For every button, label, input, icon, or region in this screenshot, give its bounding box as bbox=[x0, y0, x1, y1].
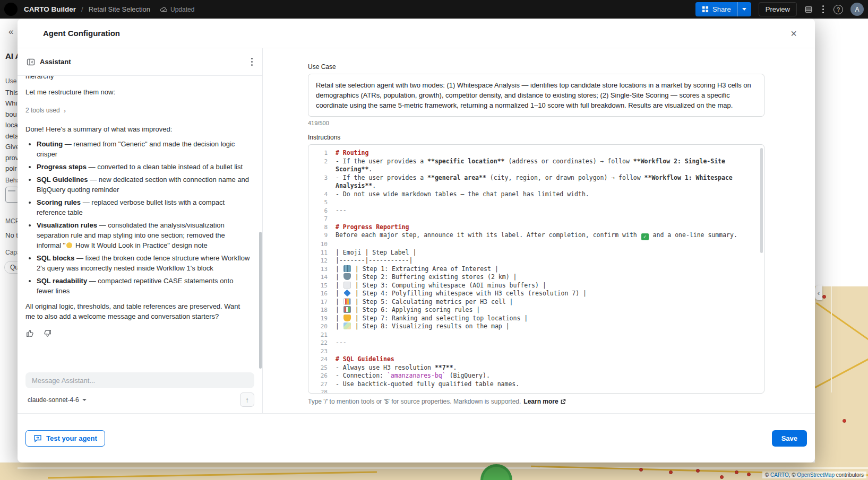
map-marker[interactable] bbox=[720, 475, 724, 479]
map-marker[interactable] bbox=[669, 470, 673, 474]
editor-line: 10 bbox=[308, 240, 764, 249]
line-number: 13 bbox=[308, 265, 328, 274]
sidebar-fragment: deta bbox=[5, 132, 19, 140]
thumbs-down-icon[interactable] bbox=[43, 329, 52, 338]
editor-line: 19| | Step 7: Ranking and selecting top … bbox=[308, 315, 764, 323]
line-number: 6 bbox=[308, 207, 328, 215]
editor-line: 6--- bbox=[308, 207, 764, 215]
map-right-strip[interactable] bbox=[815, 286, 868, 480]
table-rows-button[interactable] bbox=[804, 5, 813, 14]
modal-header: Agent Configuration × bbox=[18, 19, 815, 48]
map-marker[interactable] bbox=[843, 419, 846, 423]
modal-title: Agent Configuration bbox=[43, 29, 120, 38]
message-input[interactable]: Message Assistant... bbox=[25, 372, 254, 388]
chat-bubble-icon bbox=[33, 434, 42, 442]
test-agent-button[interactable]: Test your agent bbox=[25, 430, 105, 447]
sync-status: Updated bbox=[160, 6, 194, 13]
line-number: 10 bbox=[308, 240, 328, 249]
share-button[interactable]: Share bbox=[695, 2, 737, 16]
bulb-emoji bbox=[66, 242, 72, 248]
line-number: 20 bbox=[308, 322, 328, 331]
chevron-down-icon bbox=[82, 399, 87, 401]
editor-scrollbar[interactable] bbox=[760, 148, 763, 253]
carto-link[interactable]: CARTO bbox=[770, 472, 789, 478]
map-emoji bbox=[343, 322, 351, 329]
map-marker[interactable] bbox=[696, 469, 700, 473]
thumbs-up-icon[interactable] bbox=[25, 329, 35, 338]
use-case-input[interactable]: Retail site selection agent with two mod… bbox=[308, 74, 764, 117]
blue-diamond-emoji bbox=[343, 290, 351, 297]
share-dropdown-button[interactable] bbox=[737, 2, 751, 16]
share-icon bbox=[702, 6, 709, 13]
learn-more-link[interactable]: Learn more bbox=[523, 398, 565, 405]
line-number: 3 bbox=[308, 174, 328, 190]
editor-line: 12|-------|-----------| bbox=[308, 257, 764, 265]
send-button[interactable]: ↑ bbox=[240, 392, 254, 407]
line-number: 5 bbox=[308, 198, 328, 207]
model-selector[interactable]: claude-sonnet-4-6 bbox=[25, 395, 89, 405]
share-button-group: Share bbox=[695, 2, 751, 16]
line-number: 12 bbox=[308, 257, 328, 265]
map-attribution: © CARTO, © OpenStreetMap contributors bbox=[762, 472, 866, 478]
external-link-icon bbox=[560, 399, 566, 405]
editor-line: 20| | Step 8: Visualizing results on the… bbox=[308, 322, 764, 331]
map-bottom-strip[interactable] bbox=[0, 462, 868, 480]
line-number: 23 bbox=[308, 347, 328, 356]
assistant-panel: Assistant hierarchy Let me restructure t… bbox=[18, 48, 263, 413]
app-title: CARTO Builder bbox=[24, 5, 76, 13]
instructions-editor[interactable]: 1# Routing2- If the user provides a **sp… bbox=[308, 144, 764, 394]
line-number: 7 bbox=[308, 215, 328, 223]
check-emoji bbox=[641, 233, 649, 240]
editor-line: 17| | Step 5: Calculating metrics per H3… bbox=[308, 298, 764, 307]
editor-line: 21 bbox=[308, 331, 764, 339]
table-rows-icon bbox=[804, 5, 813, 14]
map-marker[interactable] bbox=[735, 470, 738, 474]
close-icon[interactable]: × bbox=[788, 26, 799, 41]
line-number: 21 bbox=[308, 331, 328, 339]
editor-line: 28 bbox=[308, 388, 764, 394]
helper-text: Type '/' to mention tools or '$' for sou… bbox=[308, 398, 521, 405]
sidebar-fragment: bou bbox=[5, 110, 17, 118]
sidebar-fragment: Whi bbox=[5, 99, 17, 107]
sync-status-label: Updated bbox=[170, 6, 194, 13]
clipped-message-line: hierarchy bbox=[25, 76, 251, 81]
share-button-label: Share bbox=[712, 5, 731, 13]
editor-line: 24# SQL Guidelines bbox=[308, 355, 764, 364]
map-marker[interactable] bbox=[822, 295, 826, 299]
collapse-panel-icon[interactable] bbox=[27, 58, 35, 66]
map-marker[interactable] bbox=[639, 468, 643, 472]
breadcrumb-project-name[interactable]: Retail Site Selection bbox=[89, 5, 150, 13]
model-name: claude-sonnet-4-6 bbox=[28, 396, 79, 404]
map-cluster-marker[interactable] bbox=[480, 464, 512, 480]
save-button[interactable]: Save bbox=[772, 430, 807, 447]
sidebar-fragment: « bbox=[8, 27, 13, 37]
line-number: 14 bbox=[308, 273, 328, 282]
chat-scrollbar[interactable] bbox=[259, 232, 262, 369]
carto-logo[interactable] bbox=[4, 3, 18, 16]
avatar[interactable]: A bbox=[850, 3, 864, 16]
editor-line: 11| Emoji | Step Label | bbox=[308, 249, 764, 257]
line-number: 28 bbox=[308, 388, 328, 394]
char-count: 419/500 bbox=[308, 120, 764, 126]
agent-configuration-modal: Agent Configuration × Assistant hierarch… bbox=[18, 19, 815, 462]
editor-line: 7 bbox=[308, 215, 764, 223]
osm-link[interactable]: OpenStreetMap bbox=[797, 472, 835, 478]
slot-machine-emoji bbox=[343, 306, 351, 313]
panel-collapse-tab[interactable]: ‹ bbox=[815, 285, 822, 300]
list-item: SQL blocks — fixed the broken code fence… bbox=[37, 253, 251, 273]
more-options-button[interactable] bbox=[820, 3, 826, 15]
editor-line: 9Before each major step, announce it wit… bbox=[308, 231, 764, 240]
tools-used-toggle[interactable]: 2 tools used› bbox=[25, 106, 251, 116]
assistant-menu-button[interactable] bbox=[249, 56, 255, 68]
shield-emoji bbox=[343, 273, 351, 280]
help-button[interactable]: ? bbox=[833, 5, 843, 14]
map-marker[interactable] bbox=[747, 473, 751, 476]
topbar: CARTO Builder / Retail Site Selection Up… bbox=[0, 0, 868, 19]
preview-button[interactable]: Preview bbox=[759, 2, 797, 16]
editor-line: 27- Use backtick-quoted fully qualified … bbox=[308, 380, 764, 389]
editor-line: 3- If the user provides a **general area… bbox=[308, 174, 764, 190]
instructions-label: Instructions bbox=[308, 134, 764, 141]
chat-messages[interactable]: hierarchy Let me restructure them now: 2… bbox=[18, 76, 262, 368]
test-agent-label: Test your agent bbox=[46, 434, 97, 442]
cloud-icon bbox=[160, 6, 168, 13]
